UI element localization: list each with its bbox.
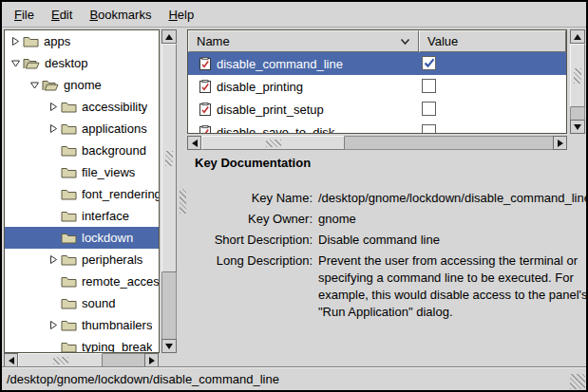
expander-closed-icon[interactable] <box>47 254 61 265</box>
expander-closed-icon[interactable] <box>47 320 61 330</box>
expander-closed-icon[interactable] <box>47 123 61 134</box>
tree-item-label: file_views <box>82 165 135 179</box>
doc-field-value: gnome <box>318 211 588 228</box>
arrow-right-icon <box>558 140 563 147</box>
scroll-left-button[interactable] <box>187 136 201 150</box>
thumb-grip-icon <box>266 140 281 147</box>
pane-splitter[interactable] <box>179 29 187 366</box>
value-checkbox-unchecked[interactable] <box>422 124 436 133</box>
value-checkbox-checked[interactable] <box>422 56 436 70</box>
tree-item-apps[interactable]: apps <box>5 30 159 52</box>
config-tree: appsdesktopgnomeaccessibilityapplication… <box>4 29 160 353</box>
splitter-grip-icon <box>180 189 186 214</box>
doc-field-value: /desktop/gnome/lockdown/disable_command_… <box>318 190 588 207</box>
tree-item-lockdown[interactable]: lockdown <box>5 227 159 249</box>
value-checkbox-unchecked[interactable] <box>422 102 436 116</box>
scroll-up-button[interactable] <box>161 29 177 44</box>
key-row-disable_save_to_disk[interactable]: disable_save_to_disk <box>188 121 566 133</box>
menu-help[interactable]: Help <box>160 5 202 25</box>
key-icon <box>199 80 211 93</box>
folder-icon <box>61 210 77 222</box>
tree-item-gnome[interactable]: gnome <box>5 74 159 96</box>
menu-bookmarks[interactable]: Bookmarks <box>81 5 160 25</box>
scroll-up-button[interactable] <box>570 29 585 44</box>
column-header-name[interactable]: Name <box>188 30 419 52</box>
key-list: Name Value disable_command_linedisable_p… <box>187 29 567 134</box>
arrow-right-icon <box>149 357 155 364</box>
arrow-down-icon <box>574 124 581 130</box>
scroll-right-button[interactable] <box>144 353 159 367</box>
scroll-down-button[interactable] <box>161 339 177 353</box>
tree-item-label: applications <box>82 121 147 136</box>
key-name-label: disable_save_to_disk <box>217 125 334 134</box>
folder-icon <box>61 275 77 288</box>
list-hscrollbar-thumb[interactable] <box>201 136 345 150</box>
menu-edit[interactable]: Edit <box>43 5 81 25</box>
tree-item-typing_break[interactable]: typing_break <box>5 336 159 353</box>
tree-item-file_views[interactable]: file_views <box>5 161 159 183</box>
tree-item-label: desktop <box>45 56 88 70</box>
folder-icon <box>61 122 77 135</box>
tree-item-sound[interactable]: sound <box>5 292 159 314</box>
key-row-disable_printing[interactable]: disable_printing <box>188 75 566 98</box>
expander-closed-icon[interactable] <box>9 36 23 47</box>
key-documentation-title: Key Documentation <box>195 156 311 170</box>
arrow-down-icon <box>165 344 173 349</box>
folder-icon <box>61 297 77 309</box>
tree-item-thumbnailers[interactable]: thumbnailers <box>5 314 159 336</box>
key-row-disable_print_setup[interactable]: disable_print_setup <box>188 98 566 121</box>
expander-open-icon[interactable] <box>28 80 42 90</box>
folder-icon <box>61 144 77 157</box>
thumb-grip-icon <box>165 151 173 166</box>
sort-chevron-down-icon[interactable] <box>400 38 410 46</box>
tree-item-label: font_rendering <box>82 187 159 201</box>
tree-vscrollbar-thumb[interactable] <box>161 44 177 272</box>
expander-closed-icon[interactable] <box>47 102 61 112</box>
tree-item-label: apps <box>44 34 70 48</box>
arrow-left-icon <box>9 357 14 364</box>
arrow-up-icon <box>165 34 173 40</box>
key-name-label: disable_print_setup <box>217 103 324 117</box>
tree-item-desktop[interactable]: desktop <box>5 52 159 74</box>
tree-hscrollbar-thumb[interactable] <box>18 353 103 367</box>
tree-item-label: accessibility <box>82 100 147 114</box>
doc-field-label: Key Owner: <box>187 211 313 228</box>
tree-item-applications[interactable]: applications <box>5 118 159 140</box>
thumb-grip-icon <box>574 68 581 84</box>
arrow-left-icon <box>192 140 198 147</box>
statusbar: /desktop/gnome/lockdown/disable_command_… <box>2 366 586 390</box>
list-vscrollbar-thumb[interactable] <box>570 44 585 107</box>
scroll-left-button[interactable] <box>4 353 18 367</box>
doc-field-value: Prevent the user from accessing the term… <box>318 252 588 321</box>
tree-item-label: typing_break <box>82 340 152 353</box>
window-resize-grip[interactable] <box>570 374 585 389</box>
scroll-right-button[interactable] <box>553 136 567 150</box>
expander-open-icon[interactable] <box>9 58 23 68</box>
tree-item-interface[interactable]: interface <box>5 205 159 227</box>
tree-item-remote_access[interactable]: remote_access <box>5 271 159 292</box>
doc-field-value: Disable command line <box>318 232 588 249</box>
tree-item-label: lockdown <box>82 231 133 245</box>
value-checkbox-unchecked[interactable] <box>422 79 436 93</box>
tree-item-label: gnome <box>64 78 102 92</box>
folder-open-icon <box>42 79 59 91</box>
scroll-down-button[interactable] <box>570 120 585 134</box>
key-name-label: disable_printing <box>217 80 303 94</box>
tree-item-label: interface <box>82 209 129 223</box>
tree-item-accessibility[interactable]: accessibility <box>5 96 159 118</box>
tree-item-font_rendering[interactable]: font_rendering <box>5 183 159 205</box>
menu-file[interactable]: File <box>6 5 43 25</box>
key-list-rows: disable_command_linedisable_printingdisa… <box>188 52 566 133</box>
folder-icon <box>61 101 77 113</box>
key-documentation-fields: Key Name:/desktop/gnome/lockdown/disable… <box>187 190 586 321</box>
column-header-value[interactable]: Value <box>419 30 566 52</box>
thumb-grip-icon <box>53 357 68 364</box>
tree-item-label: sound <box>82 296 115 310</box>
doc-field-label: Key Name: <box>187 190 313 207</box>
arrow-up-icon <box>574 34 581 40</box>
tree-item-peripherals[interactable]: peripherals <box>5 249 159 271</box>
statusbar-path: /desktop/gnome/lockdown/disable_command_… <box>7 372 279 386</box>
tree-item-background[interactable]: background <box>5 140 159 161</box>
key-row-disable_command_line[interactable]: disable_command_line <box>188 52 566 75</box>
tree-item-label: thumbnailers <box>82 318 152 332</box>
